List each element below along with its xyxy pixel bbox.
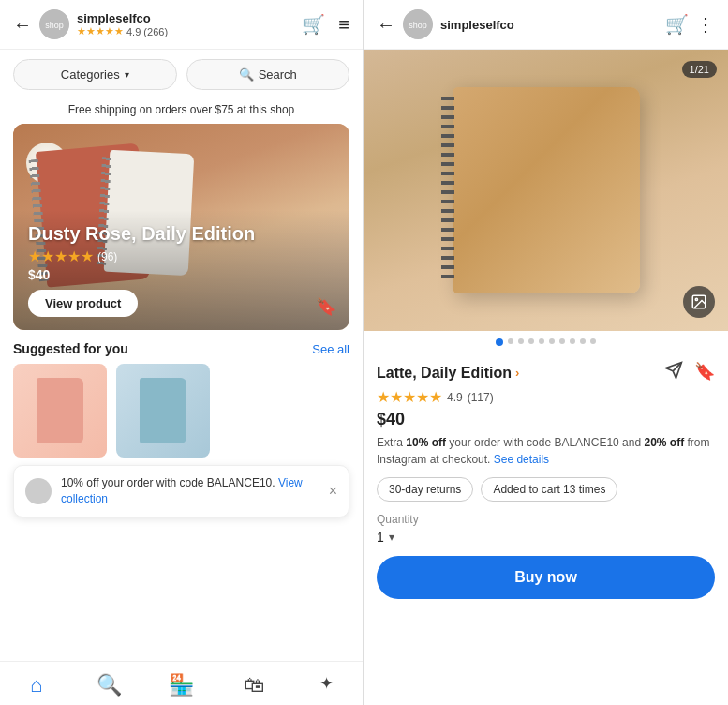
carousel-dots: [364, 331, 728, 353]
toast-notification: 10% off your order with code BALANCE10. …: [13, 465, 349, 518]
dot-7[interactable]: [559, 338, 565, 344]
save-image-button[interactable]: [683, 286, 715, 318]
right-shop-name: simpleselfco: [440, 18, 658, 32]
dot-6[interactable]: [549, 338, 555, 344]
product-details: Latte, Daily Edition › 🔖 ★★★★★ 4.9 (117)…: [364, 353, 728, 705]
hero-stars-row: ★★★★★ (96): [28, 248, 334, 265]
added-times-tag: Added to cart 13 times: [481, 477, 617, 502]
svg-text:shop: shop: [409, 21, 427, 30]
left-panel: ← shop simpleselfco ★★★★★ 4.9 (266) 🛒 ≡ …: [0, 0, 364, 705]
suggested-item-1[interactable]: [13, 364, 107, 458]
hero-stars: ★★★★★: [28, 248, 94, 265]
top-bar: Categories ▾ 🔍 Search: [0, 50, 363, 99]
product-rating-row: ★★★★★ 4.9 (117): [377, 388, 715, 406]
nav-store[interactable]: 🏪: [145, 669, 217, 701]
hero-price: $40: [28, 267, 334, 282]
rating-text: 4.9 (266): [126, 26, 168, 38]
back-button[interactable]: ←: [13, 14, 32, 36]
shop-name: simpleselfco: [77, 11, 294, 25]
suggested-items: [0, 364, 363, 458]
store-icon: 🏪: [169, 673, 194, 698]
share-icon[interactable]: [664, 361, 683, 384]
right-back-button[interactable]: ←: [377, 14, 395, 36]
quantity-chevron-icon: ▾: [389, 531, 394, 544]
returns-tag[interactable]: 30-day returns: [377, 477, 473, 502]
svg-text:shop: shop: [45, 21, 64, 30]
dot-10[interactable]: [590, 338, 596, 344]
categories-button[interactable]: Categories ▾: [13, 59, 177, 90]
home-icon: ⌂: [30, 673, 42, 698]
buy-now-button[interactable]: Buy now: [377, 556, 715, 599]
see-all-link[interactable]: See all: [312, 342, 349, 356]
nav-bag[interactable]: 🛍: [217, 669, 290, 701]
product-stars: ★★★★★: [377, 388, 442, 406]
shop-rating-row: ★★★★★ 4.9 (266): [77, 25, 294, 38]
bookmark-icon[interactable]: 🔖: [316, 296, 336, 317]
suggested-header: Suggested for you See all: [0, 330, 363, 364]
product-tags: 30-day returns Added to cart 13 times: [377, 477, 715, 502]
right-cart-icon[interactable]: 🛒: [665, 13, 689, 36]
stars: ★★★★★: [77, 25, 124, 38]
right-panel: ← shop simpleselfco 🛒 ⋮ 1/21 Latte, Dail…: [364, 0, 728, 705]
dot-2[interactable]: [508, 338, 513, 344]
nav-community[interactable]: ✦: [290, 669, 363, 701]
dot-8[interactable]: [570, 338, 575, 344]
bag-icon: 🛍: [244, 673, 264, 698]
image-counter: 1/21: [682, 61, 717, 78]
dot-9[interactable]: [580, 338, 586, 344]
community-icon: ✦: [319, 673, 334, 694]
search-button[interactable]: 🔍 Search: [186, 59, 350, 90]
svg-point-5: [695, 298, 697, 300]
cart-icon[interactable]: 🛒: [302, 13, 325, 36]
header-icons: 🛒 ≡: [302, 13, 349, 36]
product-title-row: Latte, Daily Edition › 🔖: [377, 361, 715, 384]
product-review-count: (117): [468, 391, 494, 404]
product-action-icons: 🔖: [664, 361, 715, 384]
product-rating: 4.9: [447, 391, 463, 404]
search-icon: 🔍: [239, 68, 254, 82]
bottom-nav: ⌂ 🔍 🏪 🛍 ✦: [0, 661, 363, 705]
product-notebook-image: [453, 87, 640, 293]
dot-3[interactable]: [518, 338, 524, 344]
free-shipping-banner: Free shipping on orders over $75 at this…: [0, 99, 363, 124]
product-price: $40: [377, 410, 715, 429]
product-discount-text: Extra 10% off your order with code BALAN…: [377, 434, 715, 468]
nav-search[interactable]: 🔍: [72, 669, 144, 701]
suggested-item-2[interactable]: [116, 364, 210, 458]
quantity-value: 1: [377, 530, 384, 545]
left-header: ← shop simpleselfco ★★★★★ 4.9 (266) 🛒 ≡: [0, 0, 363, 50]
dot-5[interactable]: [539, 338, 544, 344]
hero-image: Dusty Rose, Daily Edition ★★★★★ (96) $40…: [13, 124, 349, 330]
toast-avatar: [25, 478, 52, 504]
product-image-area: 1/21: [364, 50, 728, 331]
avatar: shop: [39, 9, 69, 39]
menu-icon[interactable]: ≡: [338, 14, 349, 36]
right-avatar: shop: [403, 9, 433, 39]
search-nav-icon: 🔍: [97, 673, 122, 698]
view-product-button[interactable]: View product: [28, 290, 138, 317]
shop-info: simpleselfco ★★★★★ 4.9 (266): [77, 11, 294, 38]
quantity-label: Quantity: [377, 513, 715, 526]
bookmark-product-icon[interactable]: 🔖: [694, 361, 715, 384]
hero-title: Dusty Rose, Daily Edition: [28, 223, 334, 245]
right-menu-icon[interactable]: ⋮: [696, 13, 715, 36]
product-title: Latte, Daily Edition ›: [377, 365, 519, 382]
quantity-selector[interactable]: 1 ▾: [377, 530, 715, 545]
right-header: ← shop simpleselfco 🛒 ⋮: [364, 0, 728, 50]
hero-review-count: (96): [97, 250, 117, 263]
discount-pct-2: 20% off: [644, 436, 684, 449]
discount-pct-1: 10% off: [406, 436, 446, 449]
nav-home[interactable]: ⌂: [0, 669, 72, 701]
hero-overlay: Dusty Rose, Daily Edition ★★★★★ (96) $40…: [13, 210, 349, 330]
dot-4[interactable]: [528, 338, 534, 344]
product-arrow-icon: ›: [515, 366, 519, 380]
see-details-link[interactable]: See details: [494, 453, 549, 466]
dot-1[interactable]: [496, 338, 503, 346]
chevron-down-icon: ▾: [125, 69, 129, 80]
suggested-title: Suggested for you: [13, 341, 128, 356]
toast-close-button[interactable]: ×: [329, 483, 337, 500]
toast-text: 10% off your order with code BALANCE10. …: [61, 475, 319, 507]
